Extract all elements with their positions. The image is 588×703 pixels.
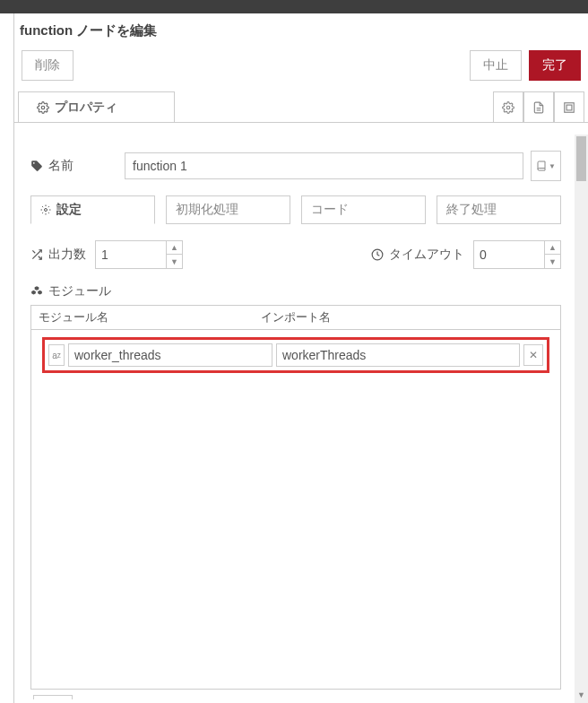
app-topbar xyxy=(0,0,588,13)
library-button[interactable]: ▼ xyxy=(531,151,561,181)
gear-icon xyxy=(40,204,51,215)
col-import-name: インポート名 xyxy=(254,306,560,329)
import-name-input[interactable] xyxy=(276,343,520,367)
tag-icon xyxy=(30,160,43,172)
svg-point-1 xyxy=(506,106,510,109)
sub-tab-close[interactable]: 終了処理 xyxy=(437,195,561,224)
scroll-thumb[interactable] xyxy=(576,136,586,181)
gear-icon xyxy=(37,101,49,114)
sub-tab-code[interactable]: コード xyxy=(301,195,426,224)
timeout-label: タイムアウト xyxy=(389,247,464,263)
sort-az-icon[interactable]: az xyxy=(48,344,65,366)
sub-tab-setup[interactable]: 設定 xyxy=(30,195,155,224)
tab-properties[interactable]: プロパティ xyxy=(18,91,175,122)
modules-table-body: az ✕ + 追加 xyxy=(30,329,561,690)
modules-table-head: モジュール名 インポート名 xyxy=(30,305,561,329)
name-input[interactable] xyxy=(125,152,523,179)
timeout-input[interactable] xyxy=(473,240,545,269)
panel-title: function ノードを編集 xyxy=(14,13,588,50)
main-tab-strip: プロパティ xyxy=(14,91,588,123)
modules-header: モジュール xyxy=(30,283,561,299)
description-icon-button[interactable] xyxy=(523,91,554,122)
plus-icon: + xyxy=(39,699,45,700)
svg-point-0 xyxy=(41,106,45,109)
sub-tab-strip: 設定 初期化処理 コード 終了処理 xyxy=(30,195,561,224)
svg-line-9 xyxy=(32,250,35,253)
module-row: az ✕ xyxy=(42,337,549,373)
timeout-group: タイムアウト xyxy=(371,247,464,263)
add-module-button[interactable]: + 追加 xyxy=(33,695,73,699)
svg-point-6 xyxy=(45,209,48,212)
clock-icon xyxy=(371,248,384,261)
caret-down-icon: ▼ xyxy=(549,162,556,170)
right-scrollbar[interactable]: ▲ ▼ xyxy=(575,135,588,703)
outputs-spinner[interactable]: ▲▼ xyxy=(167,240,183,269)
outputs-input[interactable] xyxy=(95,240,167,269)
cubes-icon xyxy=(30,285,43,298)
book-icon xyxy=(536,161,547,171)
edit-panel: function ノードを編集 削除 中止 完了 プロパティ xyxy=(13,13,588,703)
col-module-name: モジュール名 xyxy=(31,306,254,329)
appearance-icon-button[interactable] xyxy=(554,91,584,122)
name-label: 名前 xyxy=(30,158,125,174)
scroll-down-icon[interactable]: ▼ xyxy=(575,690,588,703)
remove-row-button[interactable]: ✕ xyxy=(523,344,543,366)
timeout-spinner[interactable]: ▲▼ xyxy=(545,240,561,269)
shuffle-icon xyxy=(30,248,43,261)
svg-rect-5 xyxy=(566,105,572,110)
svg-rect-4 xyxy=(565,102,575,112)
outputs-group: 出力数 xyxy=(30,247,86,263)
tab-properties-label: プロパティ xyxy=(55,100,117,116)
panel-actions: 削除 中止 完了 xyxy=(14,50,588,91)
delete-button[interactable]: 削除 xyxy=(22,50,74,81)
module-name-input[interactable] xyxy=(68,343,272,367)
settings-icon-button[interactable] xyxy=(493,91,523,122)
content-area: 名前 ▼ 設定 初期化処理 コード 終了処理 xyxy=(18,135,574,699)
name-row: 名前 ▼ xyxy=(30,151,561,181)
numeric-row: 出力数 ▲▼ タイムアウト ▲▼ xyxy=(30,240,561,269)
done-button[interactable]: 完了 xyxy=(529,50,581,81)
cancel-button[interactable]: 中止 xyxy=(470,50,522,81)
outputs-label: 出力数 xyxy=(48,247,86,263)
sub-tab-init[interactable]: 初期化処理 xyxy=(166,195,290,224)
